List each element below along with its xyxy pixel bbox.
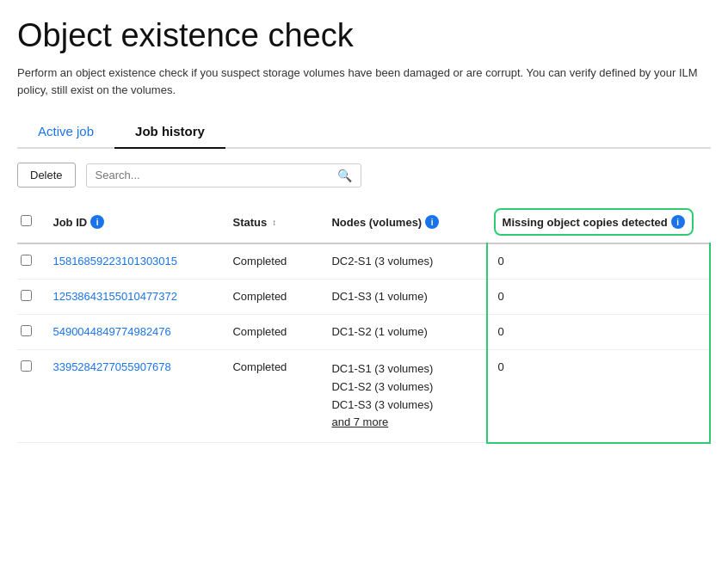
col-header-status: Status ↕ [225, 201, 324, 243]
row4-status: Completed [225, 350, 324, 443]
page-title: Object existence check [17, 17, 711, 54]
col-header-job-id: Job ID i [46, 201, 225, 243]
row2-missing: 0 [487, 280, 710, 315]
row4-nodes-line1: DC1-S1 (3 volumes) [331, 362, 433, 375]
row2-checkbox-cell [17, 280, 46, 315]
row2-nodes: DC1-S3 (1 volume) [324, 280, 486, 315]
tab-active-job[interactable]: Active job [17, 115, 114, 149]
toolbar: Delete 🔍 [17, 163, 711, 188]
row4-nodes-more-link[interactable]: and 7 more [331, 415, 388, 428]
row2-checkbox[interactable] [21, 290, 32, 301]
row2-job-id-link[interactable]: 12538643155010477372 [52, 290, 177, 303]
row4-missing: 0 [487, 350, 710, 443]
row3-job-id-link[interactable]: 5490044849774982476 [52, 325, 170, 338]
row4-job-id: 3395284277055907678 [46, 350, 225, 443]
row4-nodes-line3: DC1-S3 (3 volumes) [331, 398, 433, 411]
job-id-info-icon[interactable]: i [90, 215, 104, 229]
nodes-info-icon[interactable]: i [425, 215, 439, 229]
missing-info-icon[interactable]: i [671, 215, 685, 229]
col-header-missing: Missing object copies detected i [487, 201, 710, 243]
row2-status: Completed [225, 280, 324, 315]
tab-bar: Active job Job history [17, 115, 711, 149]
table-row: 5490044849774982476 Completed DC1-S2 (1 … [17, 315, 710, 350]
delete-button[interactable]: Delete [17, 163, 76, 188]
row1-job-id: 15816859223101303015 [46, 243, 225, 280]
row3-job-id: 5490044849774982476 [46, 315, 225, 350]
row1-missing: 0 [487, 243, 710, 280]
row4-nodes-line2: DC1-S2 (3 volumes) [331, 380, 433, 393]
row1-checkbox-cell [17, 243, 46, 280]
col-label-missing: Missing object copies detected [503, 216, 668, 229]
row4-checkbox-cell [17, 350, 46, 443]
col-header-nodes: Nodes (volumes) i [324, 201, 486, 243]
select-all-checkbox-cell [17, 201, 46, 243]
jobs-table: Job ID i Status ↕ Nodes (volumes) i [17, 201, 711, 444]
row3-checkbox[interactable] [21, 325, 32, 336]
select-all-checkbox[interactable] [21, 215, 32, 226]
page-description: Perform an object existence check if you… [17, 65, 711, 98]
row4-checkbox[interactable] [21, 360, 32, 372]
row2-job-id: 12538643155010477372 [46, 280, 225, 315]
search-icon: 🔍 [337, 169, 352, 182]
table-header-row: Job ID i Status ↕ Nodes (volumes) i [17, 201, 710, 243]
search-input[interactable] [96, 169, 337, 181]
row3-checkbox-cell [17, 315, 46, 350]
row1-job-id-link[interactable]: 15816859223101303015 [52, 255, 177, 268]
table-row: 12538643155010477372 Completed DC1-S3 (1… [17, 280, 710, 315]
row1-checkbox[interactable] [21, 255, 32, 266]
row4-job-id-link[interactable]: 3395284277055907678 [52, 360, 170, 373]
col-label-nodes: Nodes (volumes) [331, 216, 422, 229]
table-row: 3395284277055907678 Completed DC1-S1 (3 … [17, 350, 710, 443]
col-label-status: Status [232, 216, 267, 229]
search-box: 🔍 [86, 163, 361, 188]
tab-job-history[interactable]: Job history [114, 115, 225, 149]
col-label-job-id: Job ID [52, 216, 87, 229]
table-row: 15816859223101303015 Completed DC2-S1 (3… [17, 243, 710, 280]
status-sort-icon[interactable]: ↕ [272, 218, 276, 227]
row3-nodes: DC1-S2 (1 volume) [324, 315, 486, 350]
row3-missing: 0 [487, 315, 710, 350]
row1-nodes: DC2-S1 (3 volumes) [324, 243, 486, 280]
row1-status: Completed [225, 243, 324, 280]
row4-nodes: DC1-S1 (3 volumes) DC1-S2 (3 volumes) DC… [324, 350, 486, 443]
row3-status: Completed [225, 315, 324, 350]
